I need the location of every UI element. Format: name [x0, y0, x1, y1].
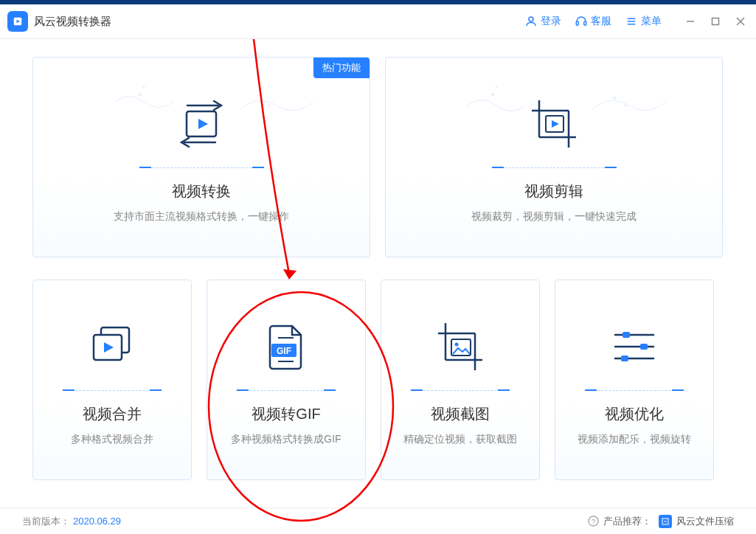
gif-icon: GIF [266, 313, 307, 380]
titlebar-actions: 登录 客服 菜单 [524, 13, 749, 30]
convert-icon [178, 91, 224, 157]
window-controls [682, 13, 749, 30]
svg-point-15 [260, 93, 263, 96]
svg-point-22 [496, 86, 498, 89]
card-divider [238, 390, 334, 391]
svg-marker-50 [283, 269, 296, 280]
menu-label: 菜单 [641, 15, 662, 28]
svg-rect-5 [584, 21, 586, 25]
card-row-1: 热门功能 视频转换 支持市面主流视频格式转换，一键操作 [32, 57, 724, 257]
card-desc: 视频添加配乐，视频旋转 [578, 433, 691, 446]
svg-text:?: ? [592, 518, 595, 525]
card-video-gif[interactable]: GIF 视频转GIF 多种视频格式转换成GIF [207, 280, 366, 480]
menu-button[interactable]: 菜单 [625, 15, 662, 28]
minimize-button[interactable] [682, 13, 698, 30]
headset-icon [575, 15, 588, 28]
recommend-app-name[interactable]: 风云文件压缩 [676, 515, 734, 528]
app-title: 风云视频转换器 [34, 15, 111, 29]
close-button[interactable] [732, 13, 749, 30]
service-label: 客服 [591, 15, 611, 28]
svg-rect-49 [621, 356, 628, 361]
svg-point-21 [491, 93, 494, 96]
service-button[interactable]: 客服 [575, 15, 611, 28]
svg-point-3 [529, 17, 533, 21]
user-icon [524, 15, 538, 28]
svg-point-24 [625, 105, 627, 107]
footer-right: ? 产品推荐： 风云文件压缩 [588, 515, 734, 528]
card-video-merge[interactable]: 视频合并 多种格式视频合并 [32, 280, 192, 480]
maximize-button[interactable] [707, 13, 724, 30]
card-divider [64, 390, 160, 391]
crop-icon [527, 91, 580, 157]
login-label: 登录 [541, 15, 561, 28]
menu-icon [625, 15, 638, 28]
card-video-convert[interactable]: 热门功能 视频转换 支持市面主流视频格式转换，一键操作 [32, 57, 370, 257]
card-desc: 多种格式视频合并 [71, 433, 153, 446]
card-desc: 支持市面主流视频格式转换，一键操作 [114, 210, 289, 223]
close-icon [736, 17, 745, 26]
maximize-icon [711, 17, 720, 26]
card-title: 视频截图 [431, 404, 490, 424]
card-title: 视频剪辑 [524, 181, 583, 201]
svg-point-13 [139, 93, 142, 96]
version-label: 当前版本： [22, 515, 70, 528]
svg-point-16 [268, 105, 271, 107]
login-button[interactable]: 登录 [524, 15, 561, 28]
recommend-app-icon [659, 515, 672, 528]
svg-point-23 [613, 97, 616, 100]
card-desc: 多种视频格式转换成GIF [231, 433, 341, 446]
content-area: 热门功能 视频转换 支持市面主流视频格式转换，一键操作 [0, 39, 756, 509]
optimize-icon [611, 313, 658, 380]
version-value: 2020.06.29 [73, 516, 121, 527]
card-desc: 精确定位视频，获取截图 [403, 433, 517, 446]
merge-icon [89, 313, 135, 380]
hot-badge: 热门功能 [313, 58, 370, 78]
card-title: 视频合并 [83, 404, 142, 424]
card-video-screenshot[interactable]: 视频截图 精确定位视频，获取截图 [381, 280, 540, 480]
card-video-optimize[interactable]: 视频优化 视频添加配乐，视频旋转 [555, 280, 714, 480]
svg-text:GIF: GIF [277, 346, 291, 356]
app-logo-icon [7, 11, 28, 32]
card-desc: 视频裁剪，视频剪辑，一键快速完成 [471, 210, 637, 223]
card-row-2: 视频合并 多种格式视频合并 GIF 视频转GIF 多种视频格式转换成GIF [32, 280, 724, 480]
svg-rect-47 [640, 344, 648, 350]
svg-rect-45 [623, 332, 630, 338]
card-divider [586, 390, 682, 391]
svg-rect-4 [576, 21, 578, 25]
card-video-edit[interactable]: 视频剪辑 视频裁剪，视频剪辑，一键快速完成 [385, 57, 723, 257]
card-divider [493, 167, 615, 168]
card-title: 视频转GIF [252, 404, 320, 424]
recommend-label: 产品推荐： [603, 515, 651, 528]
footer-bar: 当前版本： 2020.06.29 ? 产品推荐： 风云文件压缩 [0, 507, 756, 534]
card-divider [141, 167, 263, 168]
svg-point-43 [455, 343, 459, 347]
svg-point-14 [143, 86, 145, 89]
svg-rect-10 [712, 18, 719, 25]
titlebar: 风云视频转换器 登录 客服 菜单 [0, 4, 756, 39]
card-divider [412, 390, 508, 391]
card-title: 视频转换 [172, 181, 231, 201]
info-icon: ? [588, 516, 599, 527]
minimize-icon [686, 17, 695, 26]
card-title: 视频优化 [605, 404, 664, 424]
screenshot-icon [434, 313, 487, 380]
